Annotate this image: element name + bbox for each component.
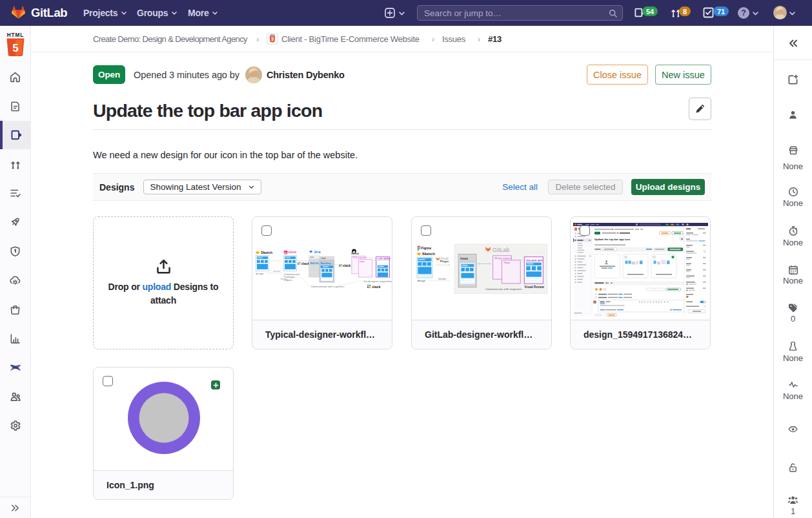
svg-text:Jira: Jira <box>314 250 321 254</box>
svg-text:Communicate with engineers: Communicate with engineers <box>485 287 522 291</box>
svg-text:the designers looped back in?: the designers looped back in? <box>363 280 392 283</box>
svg-text:iterate: iterate <box>280 277 288 280</box>
svg-text:Figma: Figma <box>421 246 431 250</box>
svg-text:Pull request: Pull request <box>353 256 367 259</box>
svg-text:Plugin: Plugin <box>440 260 449 263</box>
svg-text:REVIEW APP: REVIEW APP <box>527 259 543 262</box>
svg-text:slack: slack <box>301 262 310 265</box>
svg-text:iterate: iterate <box>438 277 446 280</box>
svg-text:Merge request: Merge request <box>494 256 512 260</box>
svg-text:slack: slack <box>343 264 351 267</box>
svg-text:Sketch: Sketch <box>422 251 436 256</box>
svg-text:slack: slack <box>372 285 381 289</box>
svg-text:GitHub: GitHub <box>351 253 360 255</box>
svg-text:GitLab: GitLab <box>492 247 510 253</box>
svg-text:Repo: Repo <box>504 261 511 264</box>
svg-text:design: design <box>418 279 426 282</box>
svg-text:Sketch: Sketch <box>261 251 273 254</box>
svg-text:Backlog: Backlog <box>321 262 331 265</box>
svg-text:VISION: VISION <box>288 251 296 254</box>
svg-text:?: ? <box>741 8 746 17</box>
svg-text:HTML: HTML <box>6 32 24 38</box>
svg-text:repo: repo <box>360 260 365 263</box>
svg-text:Visual Review: Visual Review <box>524 285 544 289</box>
svg-text:5: 5 <box>12 42 18 54</box>
svg-text:Issue: Issue <box>460 257 468 260</box>
svg-text:LIVE WEBS: LIVE WEBS <box>377 258 391 260</box>
svg-text:design: design <box>256 272 264 275</box>
svg-text:Update the top bar app icon: Update the top bar app icon <box>594 238 631 241</box>
svg-text:iterate: iterate <box>273 269 281 273</box>
svg-text:In: In <box>285 251 287 254</box>
